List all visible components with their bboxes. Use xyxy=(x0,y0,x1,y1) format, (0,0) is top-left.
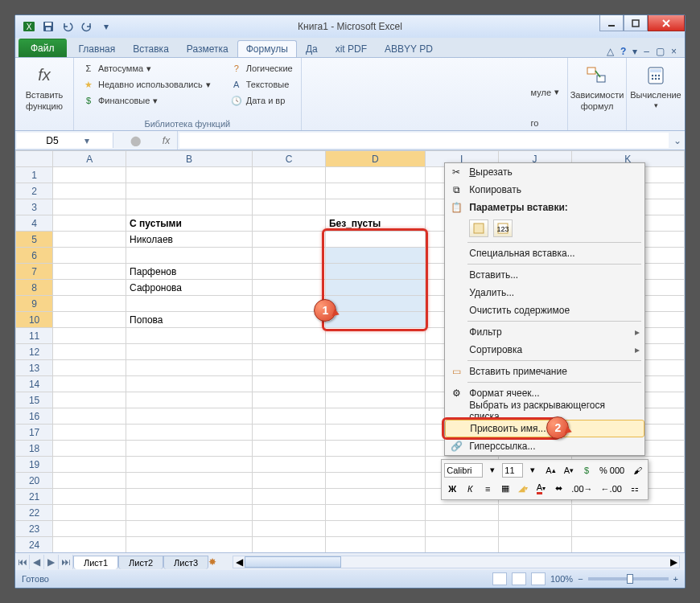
tab-file[interactable]: Файл xyxy=(19,39,67,57)
row-header-13[interactable]: 13 xyxy=(16,360,53,376)
cell-B8[interactable]: Сафронова xyxy=(126,280,253,296)
cell-D11[interactable] xyxy=(325,328,425,344)
row-header-7[interactable]: 7 xyxy=(16,264,53,280)
cell-B18[interactable] xyxy=(126,441,253,457)
mini-font-input[interactable] xyxy=(444,463,483,478)
row-header-21[interactable]: 21 xyxy=(16,489,53,505)
cell-B19[interactable] xyxy=(126,457,253,473)
sheet-nav-first-icon[interactable]: ⏮ xyxy=(15,555,30,569)
cell-A11[interactable] xyxy=(53,328,126,344)
cell-B9[interactable] xyxy=(126,296,253,312)
mini-fill-icon[interactable]: ◢▾ xyxy=(515,481,531,497)
trace-tail[interactable]: муле ▾ xyxy=(528,86,562,98)
mini-dec-decimal-icon[interactable]: ←.00 xyxy=(598,481,625,497)
cell-A18[interactable] xyxy=(53,441,126,457)
doc-max-icon[interactable]: ▢ xyxy=(656,46,665,57)
cell-A19[interactable] xyxy=(53,457,126,473)
cell-A21[interactable] xyxy=(53,489,126,505)
cell-J22[interactable] xyxy=(498,505,571,521)
mini-font-color-icon[interactable]: A▾ xyxy=(533,481,549,497)
mini-merge-icon[interactable]: ⬌ xyxy=(550,481,566,497)
worksheet-area[interactable]: ABCDIJK1234С пустымиБез_пусты5Николаев67… xyxy=(15,150,685,552)
cell-D23[interactable] xyxy=(325,521,425,537)
view-normal-icon[interactable] xyxy=(492,572,507,585)
cell-D5[interactable] xyxy=(325,232,425,248)
formula-expand-icon[interactable]: ⌄ xyxy=(670,131,685,150)
ctx-filter[interactable]: Фильтр▸ xyxy=(445,323,644,341)
cell-D9[interactable] xyxy=(325,296,425,312)
cell-B4[interactable]: С пустыми xyxy=(126,215,253,232)
cell-D12[interactable] xyxy=(325,344,425,360)
row-header-11[interactable]: 11 xyxy=(16,328,53,344)
ctx-paste-special[interactable]: Специальная вставка... xyxy=(445,244,644,262)
row-header-15[interactable]: 15 xyxy=(16,392,53,408)
cell-B1[interactable] xyxy=(126,167,253,183)
cell-C12[interactable] xyxy=(253,344,326,360)
cell-A22[interactable] xyxy=(53,505,126,521)
cell-C1[interactable] xyxy=(253,167,326,183)
cell-C16[interactable] xyxy=(253,408,326,425)
sheet-nav-prev-icon[interactable]: ◀ xyxy=(30,555,44,569)
col-header-D[interactable]: D xyxy=(325,151,425,167)
cell-D3[interactable] xyxy=(325,199,425,215)
cell-B10[interactable]: Попова xyxy=(126,312,253,328)
cell-C23[interactable] xyxy=(253,521,326,537)
mini-size-dd-icon[interactable]: ▾ xyxy=(525,462,541,478)
row-header-19[interactable]: 19 xyxy=(16,457,53,473)
row-header-5[interactable]: 5 xyxy=(16,232,53,248)
calculation-button[interactable]: Вычисление ▾ xyxy=(632,61,680,129)
mini-size-input[interactable] xyxy=(502,463,523,478)
mini-grow-font-icon[interactable]: A▴ xyxy=(542,462,558,478)
cell-B16[interactable] xyxy=(126,408,253,425)
sheet-new-icon[interactable]: ✸ xyxy=(208,556,228,568)
undo-icon[interactable] xyxy=(60,19,75,34)
ctx-copy[interactable]: ⧉Копировать xyxy=(445,181,644,199)
cell-C5[interactable] xyxy=(253,232,326,248)
insert-function-button[interactable]: fx Вставить функцию xyxy=(20,61,68,129)
cell-A17[interactable] xyxy=(53,425,126,441)
doc-close-icon[interactable]: × xyxy=(671,46,677,57)
cell-A7[interactable] xyxy=(53,264,126,280)
col-header-A[interactable]: A xyxy=(53,151,126,167)
col-header-C[interactable]: C xyxy=(253,151,326,167)
mini-format-icon[interactable]: ⚏ xyxy=(627,481,643,497)
cell-D19[interactable] xyxy=(325,457,425,473)
scroll-right-icon[interactable]: ▶ xyxy=(668,556,679,568)
autosum-button[interactable]: ΣАвтосумма ▾ xyxy=(79,61,214,76)
col-header-B[interactable]: B xyxy=(126,151,253,167)
cell-K23[interactable] xyxy=(571,521,684,537)
row-header-9[interactable]: 9 xyxy=(16,296,53,312)
cell-C22[interactable] xyxy=(253,505,326,521)
financial-button[interactable]: $Финансовые ▾ xyxy=(79,93,214,108)
ctx-pick-from-list[interactable]: Выбрать из раскрывающегося списка... xyxy=(445,402,644,420)
cell-B11[interactable] xyxy=(126,328,253,344)
cell-A6[interactable] xyxy=(53,248,126,264)
sheet-tab-3[interactable]: Лист3 xyxy=(163,556,208,569)
cell-B5[interactable]: Николаев xyxy=(126,232,253,248)
formula-dependents-button[interactable]: Зависимости формул xyxy=(573,61,621,129)
cell-A1[interactable] xyxy=(53,167,126,183)
name-box-dropdown-icon[interactable]: ▾ xyxy=(84,135,89,146)
sheet-nav-last-icon[interactable]: ⏭ xyxy=(59,555,73,569)
recent-button[interactable]: ★Недавно использовались ▾ xyxy=(79,77,214,92)
minimize-ribbon-icon[interactable]: △ xyxy=(607,46,614,57)
scroll-thumb[interactable] xyxy=(245,556,341,568)
tab-layout[interactable]: Разметка xyxy=(178,40,237,57)
maximize-button[interactable] xyxy=(624,15,648,31)
cell-D10[interactable] xyxy=(325,312,425,328)
cell-B7[interactable]: Парфенов xyxy=(126,264,253,280)
sheet-tab-1[interactable]: Лист1 xyxy=(73,556,118,569)
ctx-delete[interactable]: Удалить... xyxy=(445,284,644,302)
cell-A2[interactable] xyxy=(53,183,126,199)
row-header-4[interactable]: 4 xyxy=(16,215,53,232)
ctx-clear[interactable]: Очистить содержимое xyxy=(445,302,644,319)
cell-C17[interactable] xyxy=(253,425,326,441)
cell-D17[interactable] xyxy=(325,425,425,441)
cell-A4[interactable] xyxy=(53,215,126,232)
mini-align-icon[interactable]: ≡ xyxy=(480,481,496,497)
save-icon[interactable] xyxy=(41,19,56,34)
formula-input[interactable] xyxy=(179,133,669,148)
cell-B2[interactable] xyxy=(126,183,253,199)
cell-C14[interactable] xyxy=(253,376,326,392)
cell-B17[interactable] xyxy=(126,425,253,441)
